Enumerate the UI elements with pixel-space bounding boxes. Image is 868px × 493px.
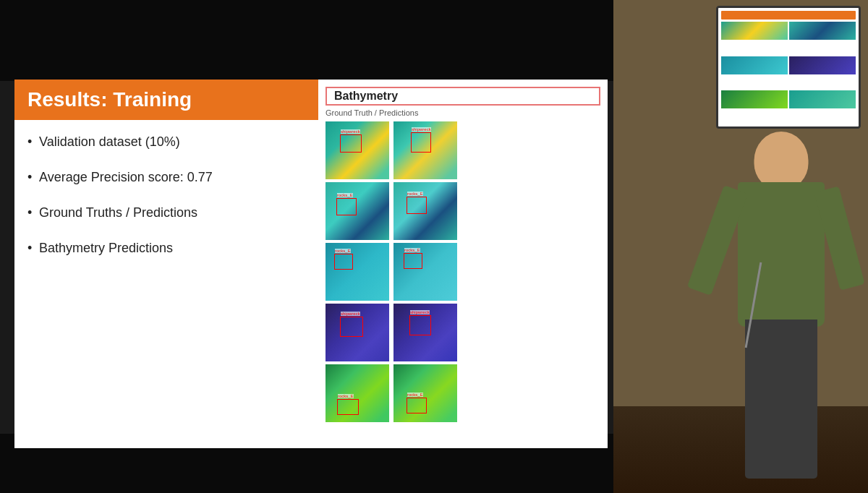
bathy-img-1-2: shipwreck (393, 121, 457, 179)
bathy-img-2-1: rocks_E (326, 182, 389, 240)
bathy-cell-1-2: shipwreck (393, 121, 457, 179)
bullet-list: Validation dataset (10%) Average Precisi… (14, 120, 318, 291)
bathy-cell-3-1: rocks_E (326, 243, 389, 301)
bathy-img-1-1: shipwreck (326, 121, 389, 179)
det-label-1: shipwreck (341, 129, 360, 134)
black-bar-top (0, 0, 613, 81)
det-label-4: rocks_E (407, 192, 423, 196)
detection-box-6: rocks_E (404, 253, 422, 269)
image-row-5: rocks_E rocks_E (326, 364, 600, 422)
bathy-cell-3-2: rocks_E (393, 243, 457, 301)
monitor-img-1 (721, 22, 788, 40)
bathy-img-3-2: rocks_E (393, 243, 457, 301)
bathy-img-5-2: rocks_E (393, 364, 457, 422)
det-label-10: rocks_E (407, 393, 423, 397)
detection-box-3: rocks_E (336, 198, 357, 215)
bullet-item-3: Ground Truths / Predictions (27, 205, 305, 220)
left-panel: Results: Training Validation dataset (10… (14, 80, 318, 448)
det-label-6: rocks_E (404, 248, 420, 252)
slide: Results: Training Validation dataset (10… (14, 80, 608, 448)
detection-box-8: shipwreck (409, 315, 431, 335)
presenter-person (637, 88, 868, 493)
det-label-9: rocks_E (338, 394, 354, 398)
detection-box-7: shipwreck (340, 317, 363, 337)
bathy-img-5-1: rocks_E (326, 364, 389, 422)
monitor-img-3 (721, 56, 788, 74)
monitor-img-4 (789, 56, 856, 74)
detection-box-2: shipwreck (411, 132, 431, 153)
bathy-cell-5-2: rocks_E (393, 364, 457, 422)
bathy-img-4-1: shipwreck (326, 304, 389, 361)
slide-title: Results: Training (14, 80, 318, 120)
bathy-img-2-2: rocks_E (393, 182, 457, 240)
detection-box-9: rocks_E (337, 399, 359, 415)
bathy-cell-4-1: shipwreck (326, 304, 389, 361)
right-panel: Bathymetry Ground Truth / Predictions sh… (318, 80, 608, 448)
person-legs (745, 320, 817, 479)
det-label-8: shipwreck (410, 310, 430, 314)
person-body (709, 132, 854, 493)
person-torso (738, 182, 825, 327)
bathy-img-4-2: shipwreck (393, 304, 457, 361)
person-head (754, 132, 809, 189)
bullet-item-1: Validation dataset (10%) (27, 134, 305, 150)
bathy-cell-2-1: rocks_E (326, 182, 389, 240)
image-row-3: rocks_E rocks_E (326, 243, 600, 301)
image-grid: shipwreck shipwreck (326, 121, 600, 422)
bullet-item-2: Average Precision score: 0.77 (27, 170, 305, 185)
det-label-3: rocks_E (337, 193, 353, 197)
bathy-cell-4-2: shipwreck (393, 304, 457, 361)
bathy-cell-5-1: rocks_E (326, 364, 389, 422)
bullet-item-4: Bathymetry Predictions (27, 241, 305, 256)
det-label-7: shipwreck (341, 312, 360, 316)
detection-box-10: rocks_E (407, 398, 427, 413)
bathymetry-title: Bathymetry (326, 87, 600, 106)
bathy-cell-2-2: rocks_E (393, 182, 457, 240)
image-row-4: shipwreck shipwreck (326, 304, 600, 361)
image-row-1: shipwreck shipwreck (326, 121, 600, 179)
detection-box-1: shipwreck (340, 134, 362, 153)
presenter-area (613, 0, 868, 493)
slide-area: Results: Training Validation dataset (10… (0, 0, 613, 493)
image-row-2: rocks_E rocks_E (326, 182, 600, 240)
monitor-img-2 (789, 22, 856, 40)
monitor-header (721, 11, 856, 20)
det-label-5: rocks_E (335, 249, 351, 253)
bathy-img-3-1: rocks_E (326, 243, 389, 301)
bathymetry-subtitle: Ground Truth / Predictions (326, 108, 600, 117)
detection-box-4: rocks_E (407, 197, 427, 214)
det-label-2: shipwreck (412, 127, 431, 132)
detection-box-5: rocks_E (334, 254, 353, 270)
bathy-cell-1-1: shipwreck (326, 121, 389, 179)
